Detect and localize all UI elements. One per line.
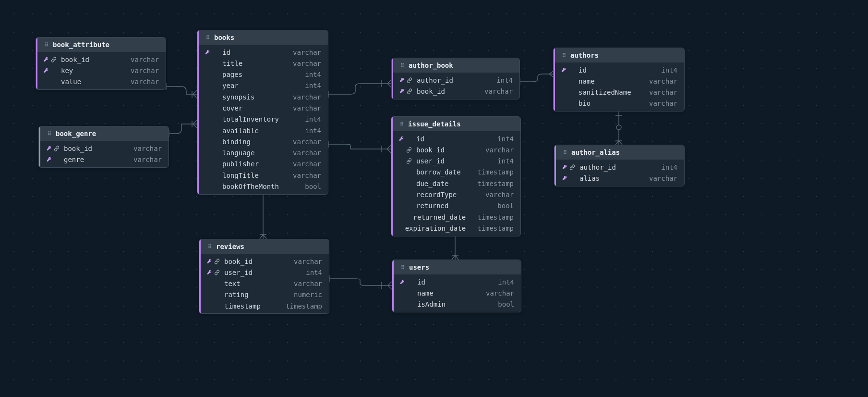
- field-row[interactable]: idvarchar: [197, 47, 328, 58]
- field-row[interactable]: user_idint4: [391, 156, 520, 167]
- field-row[interactable]: ratingnumeric: [199, 289, 329, 300]
- field-type: timestamp: [466, 167, 514, 177]
- field-name: returned_date: [413, 212, 466, 222]
- field-type: varchar: [282, 279, 322, 288]
- entity-issue_details[interactable]: ⠿issue_detailsidint4book_idvarcharuser_i…: [391, 116, 521, 236]
- field-type: varchar: [474, 288, 514, 298]
- field-row[interactable]: aliasvarchar: [555, 173, 684, 184]
- field-type: varchar: [282, 257, 322, 266]
- field-row[interactable]: availableint4: [197, 125, 328, 136]
- field-type: varchar: [638, 99, 677, 108]
- entity-users[interactable]: ⠿usersidint4namevarcharisAdminbool: [392, 260, 521, 312]
- field-row[interactable]: borrow_datetimestamp: [391, 167, 520, 178]
- entity-reviews[interactable]: ⠿reviewsbook_idvarcharuser_idint4textvar…: [199, 239, 329, 314]
- field-row[interactable]: idint4: [392, 276, 521, 287]
- field-type: timestamp: [466, 223, 514, 233]
- entity-header-issue_details[interactable]: ⠿issue_details: [391, 117, 520, 131]
- field-row[interactable]: book_idvarchar: [39, 143, 169, 154]
- field-row[interactable]: yearint4: [197, 80, 328, 91]
- field-row[interactable]: keyvarchar: [36, 65, 166, 76]
- drag-handle-icon[interactable]: ⠿: [400, 63, 405, 68]
- field-row[interactable]: book_idvarchar: [199, 256, 329, 267]
- field-row[interactable]: book_idvarchar: [391, 144, 520, 155]
- field-row[interactable]: pagesint4: [197, 69, 328, 80]
- field-row[interactable]: timestamptimestamp: [199, 300, 329, 311]
- entity-header-author_alias[interactable]: ⠿author_alias: [555, 145, 684, 160]
- entity-header-users[interactable]: ⠿users: [392, 260, 521, 274]
- field-name: returned: [416, 201, 448, 211]
- field-row[interactable]: namevarchar: [554, 75, 684, 87]
- field-name: timestamp: [224, 301, 261, 311]
- entity-header-books[interactable]: ⠿books: [197, 30, 328, 45]
- drag-handle-icon[interactable]: ⠿: [401, 265, 405, 270]
- entity-book_attribute[interactable]: ⠿book_attributebook_idvarcharkeyvarcharv…: [36, 37, 166, 90]
- field-row[interactable]: covervarchar: [197, 102, 328, 113]
- entity-title: reviews: [216, 243, 244, 250]
- field-row[interactable]: bookOfTheMonthbool: [197, 181, 328, 192]
- field-row[interactable]: valuevarchar: [36, 76, 166, 87]
- entity-author_book[interactable]: ⠿author_bookauthor_idint4book_idvarchar: [391, 58, 520, 99]
- field-name: book_id: [224, 257, 253, 266]
- entity-header-reviews[interactable]: ⠿reviews: [199, 239, 329, 254]
- field-row[interactable]: titlevarchar: [197, 58, 328, 69]
- diagram-canvas[interactable]: ⠿book_attributebook_idvarcharkeyvarcharv…: [0, 0, 868, 397]
- field-row[interactable]: due_datetimestamp: [391, 178, 520, 189]
- field-row[interactable]: returned_datetimestamp: [391, 211, 520, 223]
- field-row[interactable]: bindingvarchar: [197, 136, 328, 147]
- field-row[interactable]: longTitlevarchar: [197, 170, 328, 181]
- drag-handle-icon[interactable]: ⠿: [400, 122, 404, 127]
- drag-handle-icon[interactable]: ⠿: [563, 150, 567, 155]
- field-row[interactable]: totalInventoryint4: [197, 114, 328, 125]
- field-row[interactable]: idint4: [391, 133, 520, 144]
- field-type: int4: [293, 114, 321, 124]
- field-row[interactable]: book_idvarchar: [392, 86, 519, 97]
- entity-header-authors[interactable]: ⠿authors: [554, 48, 684, 62]
- field-type: int4: [294, 268, 322, 277]
- field-row[interactable]: recordTypevarchar: [391, 189, 520, 200]
- entity-header-book_attribute[interactable]: ⠿book_attribute: [36, 37, 166, 52]
- connector-book_genre-books: [169, 120, 197, 137]
- field-name: totalInventory: [222, 114, 279, 124]
- field-row[interactable]: returnedbool: [391, 200, 520, 211]
- field-type: varchar: [281, 137, 321, 147]
- field-row[interactable]: sanitizedNamevarchar: [554, 87, 684, 98]
- field-name: language: [222, 148, 254, 158]
- entity-title: books: [214, 34, 234, 41]
- field-name: book_id: [64, 144, 92, 153]
- foreign-key-icon: [214, 270, 220, 275]
- field-row[interactable]: author_idint4: [555, 161, 684, 173]
- field-name: user_id: [416, 156, 445, 166]
- field-row[interactable]: textvarchar: [199, 278, 329, 289]
- field-row[interactable]: publishervarchar: [197, 159, 328, 170]
- entity-books[interactable]: ⠿booksidvarchartitlevarcharpagesint4year…: [197, 30, 328, 195]
- field-name: cover: [222, 103, 242, 113]
- field-row[interactable]: user_idint4: [199, 267, 329, 278]
- entity-author_alias[interactable]: ⠿author_aliasauthor_idint4aliasvarchar: [554, 145, 685, 186]
- field-row[interactable]: expiration_datetimestamp: [391, 223, 520, 234]
- field-row[interactable]: idint4: [554, 64, 684, 75]
- entity-header-book_genre[interactable]: ⠿book_genre: [39, 126, 169, 141]
- entity-book_genre[interactable]: ⠿book_genrebook_idvarchargenrevarchar: [38, 126, 169, 168]
- field-type: varchar: [473, 87, 513, 96]
- field-row[interactable]: languagevarchar: [197, 148, 328, 159]
- entity-header-author_book[interactable]: ⠿author_book: [392, 58, 519, 73]
- entity-authors[interactable]: ⠿authorsidint4namevarcharsanitizedNameva…: [553, 48, 685, 112]
- field-row[interactable]: isAdminbool: [392, 299, 521, 310]
- field-row[interactable]: biovarchar: [554, 98, 684, 109]
- field-row[interactable]: synopsisvarchar: [197, 91, 328, 102]
- primary-key-icon: [206, 270, 213, 275]
- foreign-key-icon: [214, 259, 220, 264]
- field-name: author_id: [417, 75, 453, 85]
- drag-handle-icon[interactable]: ⠿: [206, 35, 210, 40]
- field-row[interactable]: genrevarchar: [39, 154, 169, 165]
- field-row[interactable]: namevarchar: [392, 287, 521, 298]
- field-name: bookOfTheMonth: [222, 182, 279, 191]
- drag-handle-icon[interactable]: ⠿: [208, 244, 212, 249]
- drag-handle-icon[interactable]: ⠿: [48, 131, 52, 136]
- field-name: borrow_date: [416, 167, 461, 177]
- field-row[interactable]: author_idint4: [392, 74, 519, 86]
- field-row[interactable]: book_idvarchar: [36, 54, 166, 65]
- drag-handle-icon[interactable]: ⠿: [45, 42, 49, 48]
- drag-handle-icon[interactable]: ⠿: [562, 53, 567, 58]
- field-type: int4: [650, 162, 677, 172]
